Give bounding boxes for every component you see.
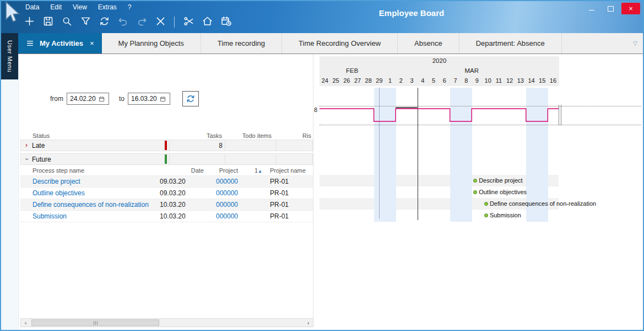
- row-date: 10.03.20: [160, 212, 204, 220]
- apply-period-button[interactable]: [182, 91, 199, 106]
- side-strip: User Menu: [1, 33, 19, 330]
- menu-item-view[interactable]: View: [73, 3, 87, 11]
- user-menu-tab[interactable]: User Menu: [1, 33, 18, 79]
- table-row[interactable]: Submission10.03.20000000PR-01: [20, 211, 313, 222]
- refresh-button[interactable]: [98, 16, 110, 28]
- close-button[interactable]: ×: [621, 3, 640, 14]
- group-risks: [275, 154, 312, 164]
- refresh-icon: [186, 94, 196, 104]
- expand-icon[interactable]: ›: [21, 140, 32, 151]
- project-link[interactable]: 000000: [204, 189, 238, 197]
- table-row[interactable]: Describe project09.03.20000000PR-01: [20, 176, 313, 188]
- table-row[interactable]: Define consequences of non-realization10…: [20, 199, 313, 211]
- project-name: PR-01: [264, 201, 313, 209]
- project-link[interactable]: 000000: [204, 212, 238, 220]
- redo-icon: [136, 15, 148, 29]
- tab-label: Department: Absence: [476, 39, 545, 47]
- tab-time-recording-overview[interactable]: Time Recording Overview: [282, 33, 398, 54]
- col-tasks[interactable]: Tasks: [169, 132, 224, 139]
- gantt-timescale: 2020 FEBMAR 2425262728291234567891011121…: [320, 56, 559, 86]
- group-row-future[interactable]: ›Future: [20, 153, 313, 165]
- scroll-right-button[interactable]: ›: [304, 319, 313, 327]
- col-project-name[interactable]: Project name: [264, 167, 313, 174]
- menu-item-edit[interactable]: Edit: [50, 3, 62, 11]
- tools-button[interactable]: [182, 16, 194, 28]
- tab-close-icon[interactable]: ×: [90, 39, 94, 47]
- day-label: 4: [417, 76, 428, 86]
- menu-item-data[interactable]: Data: [25, 3, 39, 11]
- tab-label: My Activities: [40, 39, 83, 47]
- scrollbar-track[interactable]: [30, 319, 304, 327]
- scroll-left-button[interactable]: ‹: [21, 319, 30, 327]
- process-step-link[interactable]: Describe project: [20, 178, 160, 185]
- tools-icon: [183, 15, 194, 29]
- col-risks[interactable]: Ris: [275, 132, 313, 139]
- undo-button[interactable]: [117, 16, 129, 28]
- sort-asc-icon: ▲: [258, 169, 262, 174]
- calendar-icon[interactable]: [160, 96, 166, 102]
- save-button[interactable]: [42, 16, 54, 28]
- process-step-link[interactable]: Define consequences of non-realization: [20, 201, 160, 209]
- process-step-link[interactable]: Submission: [20, 212, 160, 220]
- from-date-input[interactable]: [67, 95, 99, 103]
- group-row-late[interactable]: ›Late8: [20, 140, 313, 151]
- scrollbar-grip-icon: [94, 321, 98, 325]
- project-link[interactable]: 000000: [204, 178, 238, 185]
- col-project[interactable]: Project: [204, 167, 238, 174]
- tab-my-activities[interactable]: My Activities×: [18, 33, 102, 54]
- subtable-header-row: Process step name Date Project 1▲ Projec…: [20, 165, 313, 176]
- tab-absence[interactable]: Absence: [398, 33, 459, 54]
- tab-my-planning-objects[interactable]: My Planning Objects: [102, 33, 201, 54]
- home-button[interactable]: [201, 16, 213, 28]
- maximize-button[interactable]: [603, 3, 618, 14]
- minimize-button[interactable]: [584, 3, 599, 14]
- project-name: PR-01: [264, 178, 313, 185]
- timescale-days: 24252627282912345678910111213141516: [320, 76, 559, 86]
- day-label: 28: [363, 76, 374, 86]
- group-label: Late: [32, 142, 165, 150]
- filter-button[interactable]: [79, 16, 91, 28]
- search-button[interactable]: [61, 16, 73, 28]
- menu-item-extras[interactable]: Extras: [98, 3, 117, 11]
- title-bar: DataEditViewExtras? Employee Board ×: [1, 1, 643, 33]
- redo-button[interactable]: [136, 16, 148, 28]
- tabbar-dropdown-icon[interactable]: ▽: [633, 40, 643, 46]
- from-date-field[interactable]: [67, 93, 109, 105]
- day-label: 25: [331, 76, 342, 86]
- load-curve: [320, 88, 562, 137]
- milestone-icon[interactable]: [484, 213, 488, 217]
- menu-item-help[interactable]: ?: [128, 3, 132, 11]
- collapse-icon[interactable]: ›: [21, 154, 32, 165]
- col-date[interactable]: Date: [160, 167, 204, 174]
- add-button[interactable]: [23, 16, 35, 28]
- day-label: 9: [472, 76, 483, 86]
- col-process-step-name[interactable]: Process step name: [20, 167, 160, 174]
- group-risks: [275, 140, 312, 151]
- planning-board-button[interactable]: [220, 16, 232, 28]
- day-label: 2: [396, 76, 407, 86]
- table-row[interactable]: Outline objectives09.03.20000000PR-01: [20, 188, 313, 199]
- milestone-label: Outline objectives: [479, 189, 527, 195]
- search-icon: [61, 15, 73, 29]
- home-icon: [202, 15, 213, 29]
- milestone-icon[interactable]: [484, 202, 488, 206]
- scrollbar-thumb[interactable]: [31, 319, 159, 326]
- project-link[interactable]: 000000: [204, 201, 238, 209]
- to-date-input[interactable]: [128, 95, 160, 103]
- grid-header-row: Status Tasks Todo items Ris: [20, 130, 313, 140]
- timescale-months: FEBMAR: [320, 66, 559, 76]
- day-label: 11: [494, 76, 505, 86]
- to-date-field[interactable]: [128, 93, 170, 105]
- milestone-label: Submission: [490, 212, 521, 218]
- col-status[interactable]: Status: [20, 132, 164, 139]
- tab-department-absence[interactable]: Department: Absence: [459, 33, 562, 54]
- tab-menu-icon[interactable]: [26, 40, 34, 47]
- delete-button[interactable]: [154, 16, 166, 28]
- process-step-link[interactable]: Outline objectives: [20, 189, 160, 197]
- mouse-cursor: [3, 1, 21, 25]
- tab-time-recording[interactable]: Time recording: [201, 33, 282, 54]
- col-todo-items[interactable]: Todo items: [224, 132, 275, 139]
- sort-indicator[interactable]: 1▲: [238, 167, 264, 174]
- calendar-icon[interactable]: [99, 96, 105, 102]
- project-name: PR-01: [264, 189, 313, 197]
